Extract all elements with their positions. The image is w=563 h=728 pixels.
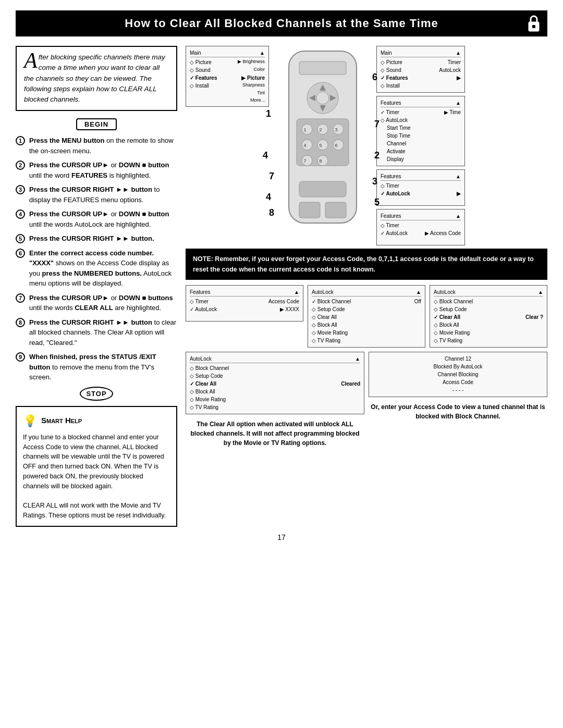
svg-text:3: 3 xyxy=(335,127,337,132)
svg-rect-19 xyxy=(299,181,346,197)
screen-panel-3: Features▲ ✓ Timer▶ Time ◇ AutoLock Start… xyxy=(376,96,465,166)
panel-item: ✓ AutoLock▶ XXXX xyxy=(190,305,299,313)
page-title: How to Clear All Blocked Channels at the… xyxy=(125,17,438,30)
left-column: A fter blocking specific channels there … xyxy=(16,46,177,527)
svg-text:4: 4 xyxy=(303,143,306,148)
remote-control: 1 2 3 4 5 6 7 8 6 1 7 4 xyxy=(273,46,372,233)
panel-item: ◇ Movie Rating xyxy=(434,329,543,337)
svg-text:6: 6 xyxy=(335,143,337,148)
channel-line: - - - - xyxy=(373,386,543,394)
panel-item: ◇ Block All xyxy=(312,321,421,329)
panel-item: ◇ Movie Rating xyxy=(190,396,360,403)
drop-cap: A xyxy=(24,52,38,70)
step-2: 2 Press the CURSOR UP► or DOWN ■ button … xyxy=(16,160,177,180)
svg-rect-1 xyxy=(532,25,535,28)
step-5-text: Press the CURSOR RIGHT ►► button. xyxy=(29,233,177,244)
svg-point-6 xyxy=(316,92,329,104)
panel-item: ◇ TV Rating xyxy=(434,337,543,344)
svg-text:7: 7 xyxy=(303,158,306,164)
step-3-circle: 3 xyxy=(16,185,25,194)
main-layout: A fter blocking specific channels there … xyxy=(16,46,547,527)
bulb-icon: 💡 xyxy=(23,412,37,429)
svg-text:2: 2 xyxy=(319,127,322,132)
panel-item: ◇ Block Channel xyxy=(434,298,543,305)
panel-item: Tint xyxy=(190,90,265,97)
panel-subitem: Start Time xyxy=(381,124,461,132)
step-7-circle: 7 xyxy=(16,293,25,303)
lock-icon xyxy=(527,15,541,33)
panel-item: ◇ Clear All xyxy=(312,313,421,321)
step-2-text: Press the CURSOR UP► or DOWN ■ button un… xyxy=(29,160,177,180)
label-7: 7 xyxy=(374,119,380,130)
panel-title: Features▲ xyxy=(190,288,299,297)
steps-container: 1 Press the MENU button on the remote to… xyxy=(16,135,177,382)
label-2: 2 xyxy=(374,150,380,161)
panel-item: ◇ Timer xyxy=(381,221,461,229)
note-box: NOTE: Remember, if you ever forget your … xyxy=(186,249,547,280)
panel-item: ◇ Setup Code xyxy=(434,305,543,313)
screen-panel-4: Features▲ ◇ Timer ✓ AutoLock▶ xyxy=(376,169,465,206)
panel-item: ✓ Timer▶ Time xyxy=(381,108,461,116)
step-3-text: Press the CURSOR RIGHT ►► button to disp… xyxy=(29,184,177,205)
step-9: 9 When finished, press the STATUS /EXIT … xyxy=(16,352,177,382)
smart-help-title: 💡 Smart Help xyxy=(23,412,170,429)
panel-item: ◇ Block All xyxy=(190,388,360,396)
svg-rect-20 xyxy=(299,202,320,218)
panel-title-4: Features▲ xyxy=(381,172,461,181)
panel-item: ◇ Timer xyxy=(381,182,461,190)
panel-title: AutoLock▲ xyxy=(312,288,421,297)
panel-item: ◇ TV Rating xyxy=(190,403,360,411)
begin-badge: BEGIN xyxy=(76,118,117,130)
right-column: Main▲ ◇ Picture▶ Brightness ◇ SoundColor… xyxy=(186,46,547,451)
page-header: How to Clear All Blocked Channels at the… xyxy=(16,10,547,36)
step-9-circle: 9 xyxy=(16,352,25,362)
channel-line: Access Code xyxy=(373,378,543,386)
panel-title-2: Main▲ xyxy=(381,49,461,57)
step-8-circle: 8 xyxy=(16,318,25,327)
panel-item: ◇ Movie Rating xyxy=(312,329,421,337)
label-5: 5 xyxy=(374,197,380,208)
caption-right: Or, enter your Access Code to view a tun… xyxy=(369,399,547,424)
screen-panel-channel: Channel 12 Blocked By AutoLock Channel B… xyxy=(369,352,547,397)
step-1-circle: 1 xyxy=(16,136,25,145)
label-7b: 7 xyxy=(269,171,274,182)
intro-text: fter blocking specific channels there ma… xyxy=(24,53,165,103)
panel-subitem: Activate xyxy=(381,147,461,155)
label-3: 3 xyxy=(372,176,377,187)
panel-item: ◇ SoundColor xyxy=(190,66,265,74)
panel-subitem: Channel xyxy=(381,140,461,147)
step-9-text: When finished, press the STATUS /EXIT bu… xyxy=(29,352,177,382)
stop-badge: STOP xyxy=(80,387,113,401)
screen-panel-5: Features▲ ◇ Timer ✓ AutoLock▶ Access Cod… xyxy=(376,209,465,245)
panel-subitem: Stop Time xyxy=(381,132,461,140)
step-7-text: Press the CURSOR UP► or DOWN ■ buttons u… xyxy=(29,293,177,313)
label-4: 4 xyxy=(263,150,268,161)
panel-item: ◇ InstallSharpness xyxy=(190,82,265,90)
svg-rect-3 xyxy=(299,61,346,75)
smart-help-box: 💡 Smart Help If you tune to a blocked ch… xyxy=(16,406,177,527)
step-5-circle: 5 xyxy=(16,234,25,243)
channel-line: Blocked By AutoLock xyxy=(373,363,543,371)
page-number: 17 xyxy=(16,533,547,541)
label-1: 1 xyxy=(266,108,271,119)
panel-item: ◇ Block All xyxy=(434,321,543,329)
screen-panel-bottom-left: Features▲ ◇ TimerAccess Code ✓ AutoLock▶… xyxy=(186,285,303,322)
step-6-text: Enter the correct access code number. "X… xyxy=(29,248,177,289)
panel-item: ◇ SoundAutoLock xyxy=(381,66,461,74)
panel-item: ◇ Block Channel xyxy=(190,364,360,372)
svg-text:1: 1 xyxy=(303,127,306,132)
panel-item: ◇ Install xyxy=(381,82,461,90)
panel-item: ✓ Features▶ xyxy=(381,74,461,82)
step-6-circle: 6 xyxy=(16,249,25,258)
panel-item: ✓ AutoLock▶ xyxy=(381,190,461,198)
panel-item: ◇ PictureTimer xyxy=(381,58,461,66)
panel-title: AutoLock▲ xyxy=(190,355,360,363)
panel-title: AutoLock▲ xyxy=(434,288,543,297)
panel-item: ✓ Block ChannelOff xyxy=(312,298,421,305)
step-8-text: Press the CURSOR RIGHT ►► button to clea… xyxy=(29,317,177,348)
panel-item: ◇ Picture▶ Brightness xyxy=(190,58,265,66)
channel-line: Channel 12 xyxy=(373,355,543,363)
smart-help-text: If you tune to a blocked chan­nel and en… xyxy=(23,433,170,521)
panel-item: ◇ Setup Code xyxy=(312,305,421,313)
label-4b: 4 xyxy=(266,192,271,203)
